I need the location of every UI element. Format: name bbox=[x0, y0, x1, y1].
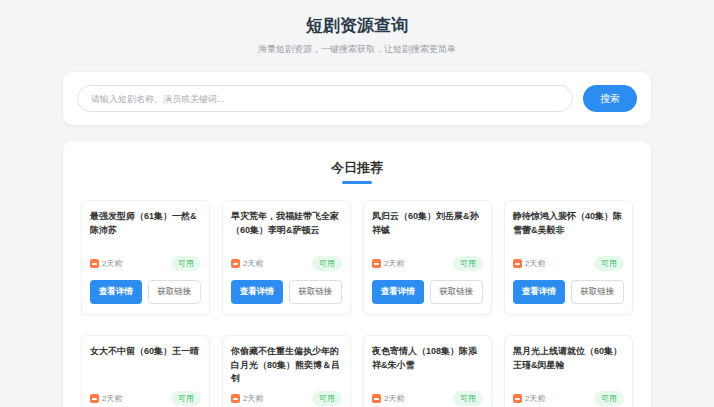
card-meta: 2天前 可用 bbox=[231, 391, 342, 406]
card-meta: 2天前 可用 bbox=[372, 391, 483, 406]
calendar-icon bbox=[372, 394, 381, 403]
time-badge: 2天前 bbox=[231, 258, 263, 269]
time-badge: 2天前 bbox=[513, 258, 545, 269]
calendar-icon bbox=[231, 394, 240, 403]
view-details-button[interactable]: 查看详情 bbox=[513, 280, 565, 304]
card-actions: 查看详情 获取链接 bbox=[372, 280, 483, 304]
card-meta: 2天前 可用 bbox=[513, 391, 624, 406]
time-label: 2天前 bbox=[384, 258, 404, 269]
status-badge: 可用 bbox=[171, 256, 201, 271]
drama-card: 旱灾荒年，我福娃带飞全家（60集）李明&萨顿云 2天前 可用 查看详情 获取链接 bbox=[222, 200, 351, 315]
view-details-button[interactable]: 查看详情 bbox=[90, 280, 142, 304]
search-button[interactable]: 搜索 bbox=[583, 85, 637, 112]
calendar-icon bbox=[90, 394, 99, 403]
time-label: 2天前 bbox=[243, 393, 263, 404]
section-title-underline bbox=[342, 181, 372, 184]
time-badge: 2天前 bbox=[513, 393, 545, 404]
get-link-button[interactable]: 获取链接 bbox=[148, 280, 202, 304]
calendar-icon bbox=[90, 259, 99, 268]
drama-card: 静待惊鸿入裴怀（40集）陈雪蕾&吴毅非 2天前 可用 查看详情 获取链接 bbox=[504, 200, 633, 315]
time-badge: 2天前 bbox=[90, 393, 122, 404]
status-badge: 可用 bbox=[594, 256, 624, 271]
status-badge: 可用 bbox=[453, 256, 483, 271]
drama-card: 你偷藏不住重生偏执少年的白月光（80集）熊奕博＆吕钊 2天前 可用 查看详情 获… bbox=[222, 335, 351, 407]
status-badge: 可用 bbox=[594, 391, 624, 406]
get-link-button[interactable]: 获取链接 bbox=[571, 280, 625, 304]
time-badge: 2天前 bbox=[372, 393, 404, 404]
drama-title: 静待惊鸿入裴怀（40集）陈雪蕾&吴毅非 bbox=[513, 210, 624, 252]
page: 短剧资源查询 海量短剧资源，一键搜索获取，让短剧搜索更简单 搜索 今日推荐 最强… bbox=[63, 0, 651, 407]
card-grid: 最强发型师（61集）一然&陈沛苏 2天前 可用 查看详情 获取链接 旱灾荒年，我… bbox=[81, 200, 633, 407]
drama-title: 旱灾荒年，我福娃带飞全家（60集）李明&萨顿云 bbox=[231, 210, 342, 252]
calendar-icon bbox=[513, 394, 522, 403]
section-title: 今日推荐 bbox=[81, 159, 633, 177]
drama-title: 凤归云（60集）刘岳展&孙祥铖 bbox=[372, 210, 483, 252]
view-details-button[interactable]: 查看详情 bbox=[231, 280, 283, 304]
drama-card: 女大不中留（60集）王一晴 2天前 可用 查看详情 获取链接 bbox=[81, 335, 210, 407]
recommendations-panel: 今日推荐 最强发型师（61集）一然&陈沛苏 2天前 可用 查看详情 获取链接 旱… bbox=[63, 141, 651, 407]
calendar-icon bbox=[231, 259, 240, 268]
get-link-button[interactable]: 获取链接 bbox=[289, 280, 343, 304]
drama-title: 你偷藏不住重生偏执少年的白月光（80集）熊奕博＆吕钊 bbox=[231, 345, 342, 387]
time-badge: 2天前 bbox=[90, 258, 122, 269]
card-meta: 2天前 可用 bbox=[372, 256, 483, 271]
status-badge: 可用 bbox=[453, 391, 483, 406]
search-bar: 搜索 bbox=[63, 72, 651, 125]
page-title: 短剧资源查询 bbox=[63, 14, 651, 37]
time-label: 2天前 bbox=[525, 393, 545, 404]
page-subtitle: 海量短剧资源，一键搜索获取，让短剧搜索更简单 bbox=[63, 43, 651, 56]
status-badge: 可用 bbox=[171, 391, 201, 406]
drama-card: 夜色寄情人（108集）陈添祥&朱小雪 2天前 可用 查看详情 获取链接 bbox=[363, 335, 492, 407]
get-link-button[interactable]: 获取链接 bbox=[430, 280, 484, 304]
time-badge: 2天前 bbox=[372, 258, 404, 269]
time-badge: 2天前 bbox=[231, 393, 263, 404]
drama-title: 女大不中留（60集）王一晴 bbox=[90, 345, 201, 387]
drama-title: 黑月光上线请就位（60集）王瑾&闵星翰 bbox=[513, 345, 624, 387]
card-actions: 查看详情 获取链接 bbox=[231, 280, 342, 304]
drama-card: 黑月光上线请就位（60集）王瑾&闵星翰 2天前 可用 查看详情 获取链接 bbox=[504, 335, 633, 407]
status-badge: 可用 bbox=[312, 391, 342, 406]
card-actions: 查看详情 获取链接 bbox=[513, 280, 624, 304]
drama-card: 凤归云（60集）刘岳展&孙祥铖 2天前 可用 查看详情 获取链接 bbox=[363, 200, 492, 315]
time-label: 2天前 bbox=[525, 258, 545, 269]
drama-card: 最强发型师（61集）一然&陈沛苏 2天前 可用 查看详情 获取链接 bbox=[81, 200, 210, 315]
card-meta: 2天前 可用 bbox=[231, 256, 342, 271]
view-details-button[interactable]: 查看详情 bbox=[372, 280, 424, 304]
drama-title: 夜色寄情人（108集）陈添祥&朱小雪 bbox=[372, 345, 483, 387]
card-meta: 2天前 可用 bbox=[90, 256, 201, 271]
time-label: 2天前 bbox=[384, 393, 404, 404]
time-label: 2天前 bbox=[102, 393, 122, 404]
search-input[interactable] bbox=[77, 85, 573, 112]
card-actions: 查看详情 获取链接 bbox=[90, 280, 201, 304]
drama-title: 最强发型师（61集）一然&陈沛苏 bbox=[90, 210, 201, 252]
time-label: 2天前 bbox=[102, 258, 122, 269]
card-meta: 2天前 可用 bbox=[513, 256, 624, 271]
calendar-icon bbox=[513, 259, 522, 268]
time-label: 2天前 bbox=[243, 258, 263, 269]
calendar-icon bbox=[372, 259, 381, 268]
card-meta: 2天前 可用 bbox=[90, 391, 201, 406]
status-badge: 可用 bbox=[312, 256, 342, 271]
